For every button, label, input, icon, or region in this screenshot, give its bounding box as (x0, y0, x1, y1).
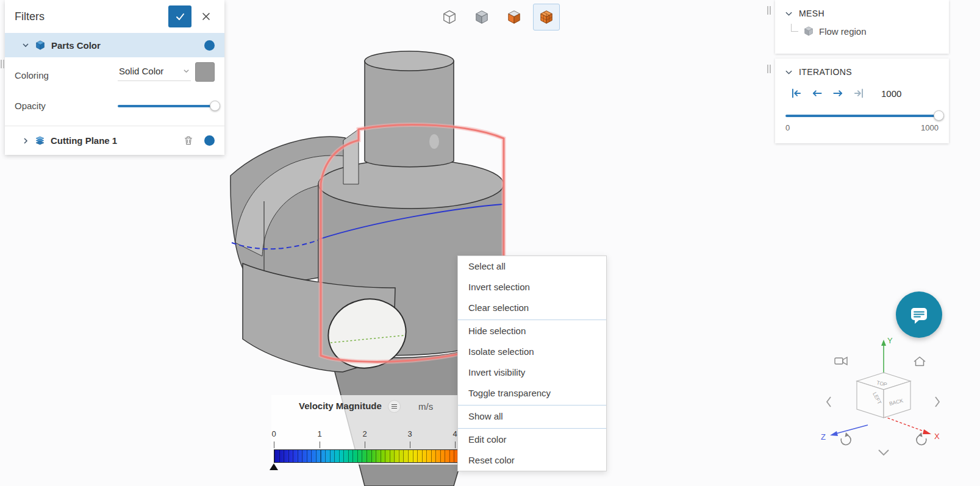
velocity-legend: Velocity Magnitude m/s 0 1 2 3 4 (271, 395, 458, 465)
tick-label: 1 (317, 429, 321, 438)
cutting-plane-icon (35, 135, 45, 146)
opacity-slider[interactable] (118, 105, 215, 107)
tick-mark (365, 441, 365, 448)
close-filters-button[interactable] (195, 5, 217, 27)
tree-connector (791, 24, 798, 32)
iteration-slider-thumb[interactable] (934, 110, 944, 121)
skip-start-icon (790, 87, 803, 100)
rotate-left-chevron[interactable] (827, 397, 831, 407)
apply-filters-button[interactable] (168, 5, 191, 27)
solid-color-swatch[interactable] (195, 62, 215, 82)
menu-item-toggle-transparency[interactable]: Toggle transparency (458, 383, 606, 404)
cube-clip-icon (506, 9, 522, 25)
mesh-card-drag-handle[interactable] (767, 6, 771, 15)
opacity-slider-thumb[interactable] (210, 101, 220, 111)
view-surface-mesh-button[interactable] (501, 4, 528, 30)
model-outlet-top-face (365, 51, 454, 71)
tick-label: 3 (407, 429, 412, 438)
legend-title-row: Velocity Magnitude m/s (271, 400, 458, 413)
menu-divider (458, 320, 606, 320)
colorbar[interactable] (274, 449, 458, 463)
check-icon (174, 11, 186, 23)
iteration-value-input[interactable]: 1000 (881, 88, 901, 99)
coloring-dropdown[interactable]: Solid Color (118, 66, 191, 81)
tick-mark (455, 441, 456, 448)
view-solid-button[interactable] (468, 4, 495, 30)
cutting-plane-section-header[interactable]: Cutting Plane 1 (5, 126, 224, 155)
view-volume-mesh-button[interactable] (533, 4, 560, 30)
rotate-right-chevron[interactable] (935, 397, 939, 407)
menu-item-select-all[interactable]: Select all (458, 256, 606, 277)
rotate-cw-icon[interactable] (917, 432, 926, 445)
iteration-slider[interactable] (785, 115, 939, 117)
axis-x-label: X (934, 432, 940, 441)
menu-item-show-all[interactable]: Show all (458, 406, 606, 427)
iteration-min-label: 0 (785, 123, 790, 132)
coloring-dropdown-value: Solid Color (119, 66, 163, 76)
menu-item-hide-selection[interactable]: Hide selection (458, 321, 606, 341)
menu-item-isolate-selection[interactable]: Isolate selection (458, 341, 606, 362)
skip-end-icon (852, 87, 865, 100)
menu-item-invert-visibility[interactable]: Invert visibility (458, 362, 606, 383)
legend-unit: m/s (418, 401, 433, 412)
mesh-title: MESH (799, 9, 824, 18)
nav-cube-body[interactable] (857, 373, 910, 418)
tick-mark (320, 441, 320, 448)
iterations-section-header[interactable]: ITERATIONS (775, 59, 949, 77)
parts-color-label: Parts Color (51, 40, 204, 51)
panel-drag-handle[interactable] (1, 60, 4, 68)
flow-region-label: Flow region (819, 26, 867, 37)
opacity-label: Opacity (15, 101, 46, 111)
legend-title: Velocity Magnitude (299, 401, 382, 411)
previous-iteration-button[interactable] (810, 87, 824, 100)
parts-color-settings: Coloring Solid Color Opacity (5, 57, 224, 126)
menu-divider (458, 405, 606, 406)
cube-mesh-icon (538, 9, 554, 25)
menu-item-reset-color[interactable]: Reset color (458, 450, 606, 471)
cube-outline-icon (442, 9, 457, 25)
chevron-down-icon (785, 68, 793, 76)
chat-support-button[interactable] (896, 291, 942, 338)
menu-item-invert-selection[interactable]: Invert selection (458, 277, 606, 298)
cutting-plane-label: Cutting Plane 1 (51, 135, 184, 146)
tick-mark (274, 441, 274, 448)
axis-z-label: Z (821, 432, 826, 441)
mesh-card: MESH Flow region (775, 0, 949, 54)
next-iteration-button[interactable] (831, 87, 845, 100)
viewport-context-menu: Select all Invert selection Clear select… (457, 256, 607, 471)
cube-solid-icon (474, 9, 490, 25)
camera-icon[interactable] (835, 357, 847, 365)
mesh-section-header[interactable]: MESH (775, 0, 949, 18)
legend-range-marker[interactable] (270, 463, 278, 470)
rotate-down-chevron[interactable] (879, 450, 889, 455)
delete-cutting-plane-button[interactable] (184, 135, 193, 146)
view-surfaces-button[interactable] (436, 4, 463, 30)
step-back-icon (810, 87, 824, 100)
chevron-right-icon (22, 137, 29, 145)
trash-icon (184, 135, 193, 146)
axis-y: Y (881, 336, 893, 374)
filters-title: Filters (15, 10, 168, 23)
parts-color-icon (35, 40, 46, 51)
skip-to-start-button[interactable] (790, 87, 803, 100)
flow-region-item[interactable]: Flow region (791, 26, 949, 37)
close-icon (201, 12, 211, 21)
skip-to-end-button[interactable] (852, 87, 865, 100)
legend-menu-button[interactable] (388, 400, 401, 413)
iteration-max-label: 1000 (921, 123, 939, 132)
axis-z: Z (821, 425, 868, 441)
iterations-card: ITERATIONS (775, 59, 949, 143)
rotate-ccw-icon[interactable] (841, 432, 851, 445)
cutting-plane-visibility-toggle[interactable] (204, 135, 215, 146)
home-icon[interactable] (914, 357, 925, 366)
axis-y-label: Y (887, 336, 893, 345)
menu-item-edit-color[interactable]: Edit color (458, 429, 606, 450)
menu-item-clear-selection[interactable]: Clear selection (458, 298, 606, 318)
tick-label: 2 (362, 429, 367, 438)
iterations-card-drag-handle[interactable] (767, 65, 771, 73)
chevron-down-icon (22, 41, 29, 49)
parts-color-visibility-toggle[interactable] (204, 40, 215, 51)
parts-color-section-header[interactable]: Parts Color (5, 33, 224, 57)
nav-cube[interactable]: Y Z X TOP LEFT BACK (814, 325, 951, 465)
filters-panel: Filters Parts Color (5, 0, 224, 155)
